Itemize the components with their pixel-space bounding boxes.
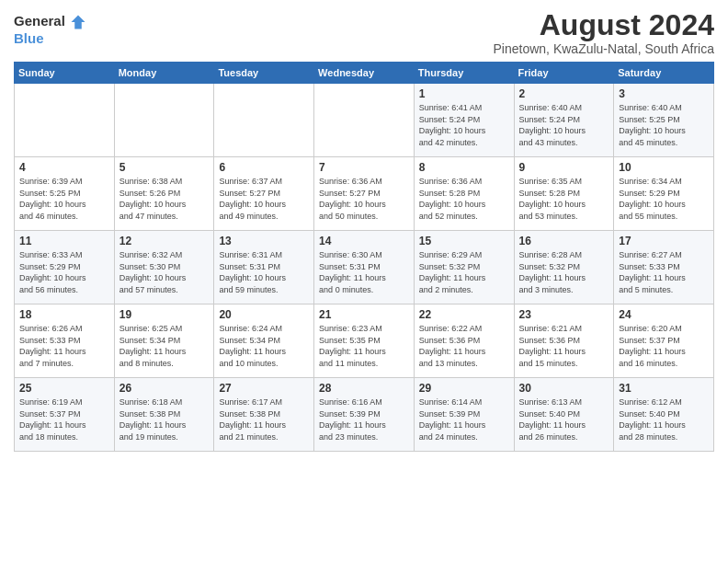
- day-number: 2: [519, 87, 609, 100]
- calendar-cell: 22Sunrise: 6:22 AM Sunset: 5:36 PM Dayli…: [414, 304, 514, 378]
- day-number: 26: [119, 382, 210, 395]
- day-number: 14: [319, 235, 409, 247]
- calendar-cell: 13Sunrise: 6:31 AM Sunset: 5:31 PM Dayli…: [214, 231, 314, 304]
- day-number: 18: [19, 308, 109, 321]
- day-info: Sunrise: 6:14 AM Sunset: 5:39 PM Dayligh…: [419, 396, 509, 442]
- calendar-cell: 28Sunrise: 6:16 AM Sunset: 5:39 PM Dayli…: [314, 378, 415, 452]
- calendar-week-4: 18Sunrise: 6:26 AM Sunset: 5:33 PM Dayli…: [15, 304, 714, 378]
- day-number: 9: [519, 161, 609, 174]
- calendar-cell: 31Sunrise: 6:12 AM Sunset: 5:40 PM Dayli…: [614, 378, 714, 452]
- calendar-cell: 8Sunrise: 6:36 AM Sunset: 5:28 PM Daylig…: [414, 157, 514, 231]
- day-info: Sunrise: 6:17 AM Sunset: 5:38 PM Dayligh…: [219, 396, 309, 442]
- day-number: 22: [419, 308, 509, 321]
- day-info: Sunrise: 6:40 AM Sunset: 5:25 PM Dayligh…: [619, 102, 709, 148]
- month-year-title: August 2024: [494, 9, 714, 41]
- day-number: 31: [619, 382, 709, 395]
- day-number: 4: [19, 161, 109, 174]
- calendar-cell: [314, 84, 415, 157]
- day-number: 30: [519, 382, 609, 395]
- day-info: Sunrise: 6:21 AM Sunset: 5:36 PM Dayligh…: [519, 323, 609, 369]
- day-number: 27: [219, 382, 309, 395]
- calendar-week-1: 1Sunrise: 6:41 AM Sunset: 5:24 PM Daylig…: [15, 84, 714, 157]
- header: General Blue August 2024 Pinetown, KwaZu…: [14, 9, 714, 56]
- logo-text: General Blue: [14, 13, 87, 46]
- day-info: Sunrise: 6:32 AM Sunset: 5:30 PM Dayligh…: [119, 249, 210, 295]
- calendar-cell: 19Sunrise: 6:25 AM Sunset: 5:34 PM Dayli…: [114, 304, 214, 378]
- day-info: Sunrise: 6:24 AM Sunset: 5:34 PM Dayligh…: [219, 323, 309, 369]
- day-info: Sunrise: 6:29 AM Sunset: 5:32 PM Dayligh…: [419, 249, 509, 295]
- calendar-cell: 18Sunrise: 6:26 AM Sunset: 5:33 PM Dayli…: [15, 304, 115, 378]
- day-info: Sunrise: 6:27 AM Sunset: 5:33 PM Dayligh…: [619, 249, 709, 295]
- day-number: 6: [219, 161, 309, 174]
- calendar-cell: 5Sunrise: 6:38 AM Sunset: 5:26 PM Daylig…: [114, 157, 214, 231]
- calendar-cell: 12Sunrise: 6:32 AM Sunset: 5:30 PM Dayli…: [114, 231, 214, 304]
- day-number: 20: [219, 308, 309, 321]
- weekday-header-sunday: Sunday: [15, 63, 115, 84]
- calendar-cell: 23Sunrise: 6:21 AM Sunset: 5:36 PM Dayli…: [514, 304, 614, 378]
- calendar-week-2: 4Sunrise: 6:39 AM Sunset: 5:25 PM Daylig…: [15, 157, 714, 231]
- day-info: Sunrise: 6:20 AM Sunset: 5:37 PM Dayligh…: [619, 323, 709, 369]
- weekday-header-saturday: Saturday: [614, 63, 714, 84]
- day-info: Sunrise: 6:25 AM Sunset: 5:34 PM Dayligh…: [119, 323, 210, 369]
- day-info: Sunrise: 6:19 AM Sunset: 5:37 PM Dayligh…: [19, 396, 109, 442]
- weekday-header-wednesday: Wednesday: [314, 63, 415, 84]
- calendar-cell: 2Sunrise: 6:40 AM Sunset: 5:24 PM Daylig…: [514, 84, 614, 157]
- logo-icon: [70, 14, 86, 30]
- day-info: Sunrise: 6:22 AM Sunset: 5:36 PM Dayligh…: [419, 323, 509, 369]
- calendar-cell: [214, 84, 314, 157]
- title-block: August 2024 Pinetown, KwaZulu-Natal, Sou…: [494, 9, 714, 56]
- day-info: Sunrise: 6:12 AM Sunset: 5:40 PM Dayligh…: [619, 396, 709, 442]
- day-number: 16: [519, 235, 609, 247]
- day-info: Sunrise: 6:31 AM Sunset: 5:31 PM Dayligh…: [219, 249, 309, 295]
- day-number: 5: [119, 161, 210, 174]
- calendar-cell: 11Sunrise: 6:33 AM Sunset: 5:29 PM Dayli…: [15, 231, 115, 304]
- day-number: 24: [619, 308, 709, 321]
- day-info: Sunrise: 6:16 AM Sunset: 5:39 PM Dayligh…: [319, 396, 409, 442]
- day-info: Sunrise: 6:38 AM Sunset: 5:26 PM Dayligh…: [119, 176, 210, 222]
- calendar-week-5: 25Sunrise: 6:19 AM Sunset: 5:37 PM Dayli…: [15, 378, 714, 452]
- day-info: Sunrise: 6:18 AM Sunset: 5:38 PM Dayligh…: [119, 396, 210, 442]
- location-subtitle: Pinetown, KwaZulu-Natal, South Africa: [494, 41, 714, 56]
- day-info: Sunrise: 6:37 AM Sunset: 5:27 PM Dayligh…: [219, 176, 309, 222]
- svg-marker-0: [72, 15, 85, 29]
- day-number: 11: [19, 235, 109, 247]
- calendar-cell: 3Sunrise: 6:40 AM Sunset: 5:25 PM Daylig…: [614, 84, 714, 157]
- day-number: 12: [119, 235, 210, 247]
- calendar-cell: 29Sunrise: 6:14 AM Sunset: 5:39 PM Dayli…: [414, 378, 514, 452]
- logo-blue: Blue: [14, 30, 44, 46]
- day-info: Sunrise: 6:41 AM Sunset: 5:24 PM Dayligh…: [419, 102, 509, 148]
- weekday-header-row: SundayMondayTuesdayWednesdayThursdayFrid…: [15, 63, 714, 84]
- calendar-table: SundayMondayTuesdayWednesdayThursdayFrid…: [14, 62, 714, 452]
- day-number: 23: [519, 308, 609, 321]
- calendar-cell: 6Sunrise: 6:37 AM Sunset: 5:27 PM Daylig…: [214, 157, 314, 231]
- day-number: 7: [319, 161, 409, 174]
- day-info: Sunrise: 6:33 AM Sunset: 5:29 PM Dayligh…: [19, 249, 109, 295]
- day-number: 25: [19, 382, 109, 395]
- day-number: 15: [419, 235, 509, 247]
- calendar-cell: 30Sunrise: 6:13 AM Sunset: 5:40 PM Dayli…: [514, 378, 614, 452]
- day-info: Sunrise: 6:40 AM Sunset: 5:24 PM Dayligh…: [519, 102, 609, 148]
- weekday-header-friday: Friday: [514, 63, 614, 84]
- calendar-cell: [114, 84, 214, 157]
- day-number: 13: [219, 235, 309, 247]
- page-container: General Blue August 2024 Pinetown, KwaZu…: [0, 0, 728, 456]
- calendar-cell: 24Sunrise: 6:20 AM Sunset: 5:37 PM Dayli…: [614, 304, 714, 378]
- day-info: Sunrise: 6:39 AM Sunset: 5:25 PM Dayligh…: [19, 176, 109, 222]
- day-number: 19: [119, 308, 210, 321]
- calendar-cell: 9Sunrise: 6:35 AM Sunset: 5:28 PM Daylig…: [514, 157, 614, 231]
- day-number: 10: [619, 161, 709, 174]
- calendar-cell: 10Sunrise: 6:34 AM Sunset: 5:29 PM Dayli…: [614, 157, 714, 231]
- day-number: 17: [619, 235, 709, 247]
- calendar-cell: [15, 84, 115, 157]
- calendar-cell: 15Sunrise: 6:29 AM Sunset: 5:32 PM Dayli…: [414, 231, 514, 304]
- day-number: 28: [319, 382, 409, 395]
- day-number: 29: [419, 382, 509, 395]
- day-info: Sunrise: 6:36 AM Sunset: 5:27 PM Dayligh…: [319, 176, 409, 222]
- calendar-week-3: 11Sunrise: 6:33 AM Sunset: 5:29 PM Dayli…: [15, 231, 714, 304]
- weekday-header-monday: Monday: [114, 63, 214, 84]
- calendar-cell: 26Sunrise: 6:18 AM Sunset: 5:38 PM Dayli…: [114, 378, 214, 452]
- day-info: Sunrise: 6:30 AM Sunset: 5:31 PM Dayligh…: [319, 249, 409, 295]
- day-info: Sunrise: 6:34 AM Sunset: 5:29 PM Dayligh…: [619, 176, 709, 222]
- calendar-cell: 21Sunrise: 6:23 AM Sunset: 5:35 PM Dayli…: [314, 304, 415, 378]
- day-info: Sunrise: 6:13 AM Sunset: 5:40 PM Dayligh…: [519, 396, 609, 442]
